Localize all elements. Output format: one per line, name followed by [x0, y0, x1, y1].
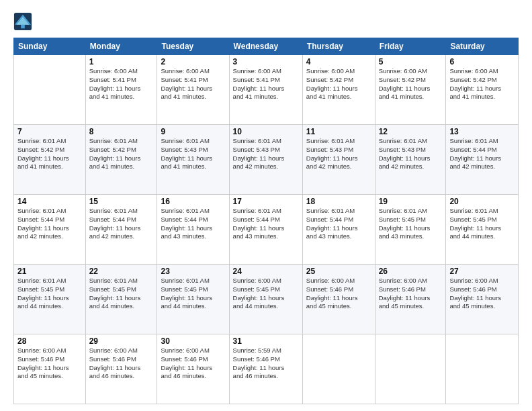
- day-cell: 11Sunrise: 6:01 AMSunset: 5:43 PMDayligh…: [302, 125, 375, 195]
- day-cell: 4Sunrise: 6:00 AMSunset: 5:42 PMDaylight…: [302, 55, 375, 125]
- day-info: Sunrise: 6:01 AMSunset: 5:45 PMDaylight:…: [17, 277, 82, 311]
- day-info: Sunrise: 6:01 AMSunset: 5:45 PMDaylight:…: [161, 277, 225, 311]
- week-row-1: 1Sunrise: 6:00 AMSunset: 5:41 PMDaylight…: [14, 55, 519, 125]
- day-number: 8: [89, 127, 154, 136]
- day-number: 28: [17, 336, 82, 346]
- day-info: Sunrise: 6:01 AMSunset: 5:43 PMDaylight:…: [161, 137, 225, 171]
- day-number: 19: [379, 197, 443, 206]
- day-info: Sunrise: 6:01 AMSunset: 5:44 PMDaylight:…: [161, 207, 225, 241]
- day-number: 18: [306, 197, 371, 206]
- day-cell: 14Sunrise: 6:01 AMSunset: 5:44 PMDayligh…: [14, 195, 86, 265]
- day-cell: 23Sunrise: 6:01 AMSunset: 5:45 PMDayligh…: [157, 265, 229, 334]
- week-row-5: 28Sunrise: 6:00 AMSunset: 5:46 PMDayligh…: [14, 334, 519, 404]
- day-info: Sunrise: 6:00 AMSunset: 5:41 PMDaylight:…: [161, 67, 225, 101]
- day-number: 7: [17, 127, 82, 136]
- day-cell: [375, 334, 446, 404]
- calendar-body: 1Sunrise: 6:00 AMSunset: 5:41 PMDaylight…: [14, 55, 519, 404]
- day-cell: [14, 55, 86, 125]
- day-cell: 24Sunrise: 6:00 AMSunset: 5:45 PMDayligh…: [229, 265, 302, 334]
- day-info: Sunrise: 6:01 AMSunset: 5:43 PMDaylight:…: [306, 137, 371, 171]
- day-cell: 10Sunrise: 6:01 AMSunset: 5:43 PMDayligh…: [229, 125, 302, 195]
- day-info: Sunrise: 6:01 AMSunset: 5:45 PMDaylight:…: [449, 207, 515, 241]
- day-cell: 21Sunrise: 6:01 AMSunset: 5:45 PMDayligh…: [14, 265, 86, 334]
- day-info: Sunrise: 6:00 AMSunset: 5:46 PMDaylight:…: [17, 347, 82, 381]
- day-cell: 30Sunrise: 6:00 AMSunset: 5:46 PMDayligh…: [157, 334, 229, 404]
- calendar-table: SundayMondayTuesdayWednesdayThursdayFrid…: [13, 38, 519, 404]
- day-cell: 18Sunrise: 6:01 AMSunset: 5:44 PMDayligh…: [302, 195, 375, 265]
- day-cell: 28Sunrise: 6:00 AMSunset: 5:46 PMDayligh…: [14, 334, 86, 404]
- day-info: Sunrise: 6:00 AMSunset: 5:46 PMDaylight:…: [161, 347, 225, 381]
- week-row-2: 7Sunrise: 6:01 AMSunset: 5:42 PMDaylight…: [14, 125, 519, 195]
- day-info: Sunrise: 6:00 AMSunset: 5:42 PMDaylight:…: [449, 67, 515, 101]
- day-cell: 9Sunrise: 6:01 AMSunset: 5:43 PMDaylight…: [157, 125, 229, 195]
- day-number: 14: [17, 197, 82, 206]
- day-info: Sunrise: 6:00 AMSunset: 5:41 PMDaylight:…: [89, 67, 154, 101]
- week-row-4: 21Sunrise: 6:01 AMSunset: 5:45 PMDayligh…: [14, 265, 519, 334]
- day-cell: 25Sunrise: 6:00 AMSunset: 5:46 PMDayligh…: [302, 265, 375, 334]
- day-number: 5: [379, 57, 443, 66]
- day-cell: 17Sunrise: 6:01 AMSunset: 5:44 PMDayligh…: [229, 195, 302, 265]
- day-info: Sunrise: 6:01 AMSunset: 5:42 PMDaylight:…: [89, 137, 154, 171]
- day-number: 20: [449, 197, 515, 206]
- day-info: Sunrise: 6:01 AMSunset: 5:43 PMDaylight:…: [379, 137, 443, 171]
- day-cell: 19Sunrise: 6:01 AMSunset: 5:45 PMDayligh…: [375, 195, 446, 265]
- header: [13, 12, 519, 31]
- day-cell: 7Sunrise: 6:01 AMSunset: 5:42 PMDaylight…: [14, 125, 86, 195]
- day-number: 31: [233, 336, 299, 346]
- logo-icon: [13, 12, 32, 31]
- day-number: 4: [306, 57, 371, 66]
- day-info: Sunrise: 6:00 AMSunset: 5:41 PMDaylight:…: [233, 67, 299, 101]
- day-cell: 16Sunrise: 6:01 AMSunset: 5:44 PMDayligh…: [157, 195, 229, 265]
- day-number: 6: [449, 57, 515, 66]
- day-number: 15: [89, 197, 154, 206]
- day-header-thursday: Thursday: [302, 38, 375, 55]
- day-header-tuesday: Tuesday: [157, 38, 229, 55]
- day-number: 12: [379, 127, 443, 136]
- day-cell: 1Sunrise: 6:00 AMSunset: 5:41 PMDaylight…: [85, 55, 157, 125]
- day-number: 17: [233, 197, 299, 206]
- day-cell: 5Sunrise: 6:00 AMSunset: 5:42 PMDaylight…: [375, 55, 446, 125]
- day-header-saturday: Saturday: [446, 38, 519, 55]
- day-cell: 13Sunrise: 6:01 AMSunset: 5:44 PMDayligh…: [446, 125, 519, 195]
- day-number: 30: [161, 336, 225, 346]
- day-number: 26: [379, 267, 443, 276]
- day-number: 21: [17, 267, 82, 276]
- day-cell: 31Sunrise: 5:59 AMSunset: 5:46 PMDayligh…: [229, 334, 302, 404]
- calendar-header: SundayMondayTuesdayWednesdayThursdayFrid…: [14, 38, 519, 55]
- day-number: 22: [89, 267, 154, 276]
- day-number: 9: [161, 127, 225, 136]
- day-info: Sunrise: 6:00 AMSunset: 5:46 PMDaylight:…: [306, 277, 371, 311]
- day-cell: [302, 334, 375, 404]
- day-cell: 2Sunrise: 6:00 AMSunset: 5:41 PMDaylight…: [157, 55, 229, 125]
- day-info: Sunrise: 5:59 AMSunset: 5:46 PMDaylight:…: [233, 347, 299, 381]
- day-number: 3: [233, 57, 299, 66]
- week-row-3: 14Sunrise: 6:01 AMSunset: 5:44 PMDayligh…: [14, 195, 519, 265]
- day-cell: 3Sunrise: 6:00 AMSunset: 5:41 PMDaylight…: [229, 55, 302, 125]
- day-number: 16: [161, 197, 225, 206]
- day-cell: 20Sunrise: 6:01 AMSunset: 5:45 PMDayligh…: [446, 195, 519, 265]
- day-info: Sunrise: 6:01 AMSunset: 5:45 PMDaylight:…: [89, 277, 154, 311]
- day-header-wednesday: Wednesday: [229, 38, 302, 55]
- day-cell: 22Sunrise: 6:01 AMSunset: 5:45 PMDayligh…: [85, 265, 157, 334]
- day-cell: 15Sunrise: 6:01 AMSunset: 5:44 PMDayligh…: [85, 195, 157, 265]
- day-info: Sunrise: 6:00 AMSunset: 5:46 PMDaylight:…: [379, 277, 443, 311]
- day-number: 2: [161, 57, 225, 66]
- day-number: 24: [233, 267, 299, 276]
- day-number: 29: [89, 336, 154, 346]
- day-info: Sunrise: 6:00 AMSunset: 5:45 PMDaylight:…: [233, 277, 299, 311]
- day-cell: 8Sunrise: 6:01 AMSunset: 5:42 PMDaylight…: [85, 125, 157, 195]
- day-header-friday: Friday: [375, 38, 446, 55]
- day-info: Sunrise: 6:01 AMSunset: 5:44 PMDaylight:…: [233, 207, 299, 241]
- day-cell: 27Sunrise: 6:00 AMSunset: 5:46 PMDayligh…: [446, 265, 519, 334]
- day-number: 1: [89, 57, 154, 66]
- day-number: 23: [161, 267, 225, 276]
- day-header-sunday: Sunday: [14, 38, 86, 55]
- day-cell: 26Sunrise: 6:00 AMSunset: 5:46 PMDayligh…: [375, 265, 446, 334]
- day-header-monday: Monday: [85, 38, 157, 55]
- calendar-page: SundayMondayTuesdayWednesdayThursdayFrid…: [0, 0, 532, 411]
- day-info: Sunrise: 6:00 AMSunset: 5:46 PMDaylight:…: [449, 277, 515, 311]
- day-info: Sunrise: 6:00 AMSunset: 5:46 PMDaylight:…: [89, 347, 154, 381]
- day-info: Sunrise: 6:01 AMSunset: 5:43 PMDaylight:…: [233, 137, 299, 171]
- day-info: Sunrise: 6:01 AMSunset: 5:45 PMDaylight:…: [379, 207, 443, 241]
- day-info: Sunrise: 6:00 AMSunset: 5:42 PMDaylight:…: [306, 67, 371, 101]
